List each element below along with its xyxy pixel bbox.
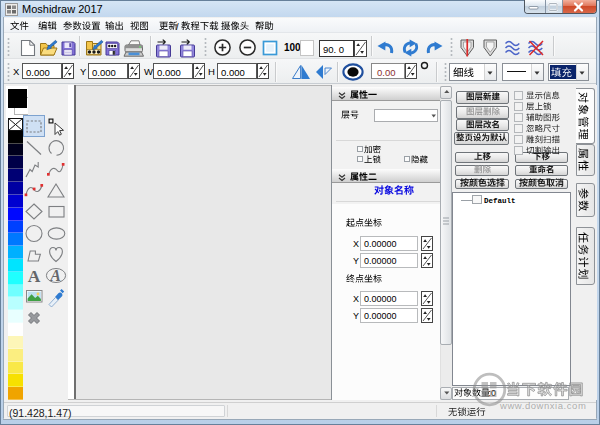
svg-text:A: A	[28, 266, 41, 286]
